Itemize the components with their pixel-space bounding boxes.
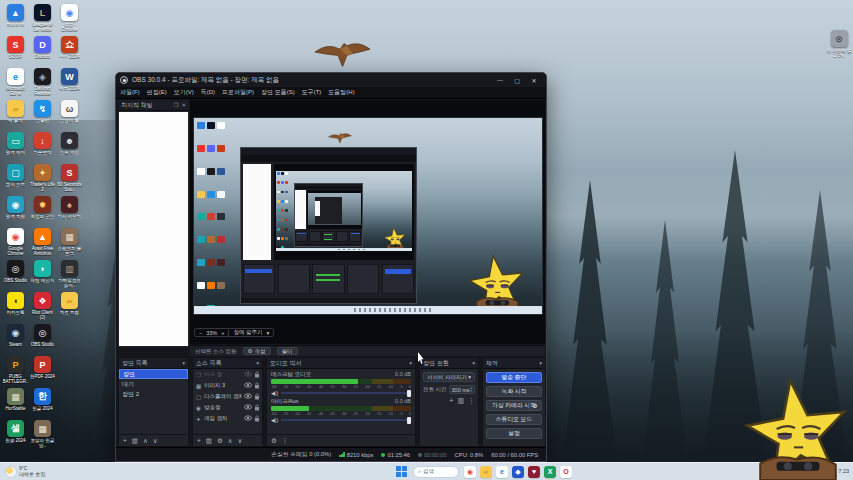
desktop-icon-드라이브[interactable]: ▲드라이브 xyxy=(2,4,29,36)
control-button-스튜디오-모드[interactable]: 스튜디오 모드 xyxy=(486,414,542,425)
speaker-icon[interactable]: ◀)) xyxy=(271,390,278,396)
visibility-eye-icon[interactable] xyxy=(244,371,252,378)
desktop-icon-horstable[interactable]: ▦HorStable xyxy=(2,388,29,420)
dock-menu-icon[interactable]: ▾ xyxy=(472,360,475,366)
menu-편집[interactable]: 편집(E) xyxy=(147,88,167,97)
visibility-eye-icon[interactable] xyxy=(244,393,252,400)
source-item-이미지 3[interactable]: ▦이미지 3 xyxy=(193,380,262,391)
corner-desktop-icon[interactable]: ⊙내 사진에 얼굴 가.. xyxy=(824,30,853,58)
menu-프로파일[interactable]: 프로파일(P) xyxy=(222,88,254,97)
desktop-icon-google-chrome[interactable]: ◉Google Chrome xyxy=(2,228,29,260)
dock-menu-icon[interactable]: ▾ xyxy=(256,360,259,366)
zoom-out-button[interactable]: − xyxy=(199,330,202,336)
scene-down-button[interactable]: ∨ xyxy=(153,437,158,445)
desktop-icon-obs-studio[interactable]: ◎OBS Studio xyxy=(29,324,56,356)
remove-scene-button[interactable]: ▥ xyxy=(132,437,138,445)
search-input[interactable]: ⌕검색 xyxy=(413,466,459,478)
transition-more-icon[interactable]: ⋮ xyxy=(468,397,475,405)
desktop-icon-한셀-2024[interactable]: 셀한셀 2024 xyxy=(2,420,29,452)
desktop-icon-60-seconds-sou-[interactable]: S60 Seconds Sou.. xyxy=(56,164,83,196)
menu-도구[interactable]: 도구(T) xyxy=(302,88,322,97)
desktop-icon-워드-2024[interactable]: W워드 2024 xyxy=(56,68,83,100)
control-button-방송-중단[interactable]: 방송 중단 xyxy=(486,372,542,383)
virtual-cam-settings-icon[interactable]: ⚙ xyxy=(529,402,540,409)
desktop-icon-도트-게임[interactable]: ☻도트 게임 xyxy=(56,132,83,164)
lock-icon[interactable] xyxy=(254,393,260,401)
menu-파일[interactable]: 파일(F) xyxy=(120,88,140,97)
visibility-eye-icon[interactable] xyxy=(244,382,252,389)
chevron-down-icon[interactable]: ▾ xyxy=(266,330,269,336)
desktop-icon-다운로더[interactable]: ↓다운로더 xyxy=(29,132,56,164)
dock-menu-icon[interactable]: ▾ xyxy=(182,360,185,366)
desktop-icon-새-폴더[interactable]: ▰새 폴더 xyxy=(2,100,29,132)
volume-slider[interactable]: ◀)) xyxy=(271,390,411,396)
fit-to-window-button[interactable]: 창에 맞추기 xyxy=(233,329,262,336)
minimize-button[interactable]: — xyxy=(492,74,508,86)
source-up-button[interactable]: ∧ xyxy=(228,437,233,445)
desktop-icon-microsoft-edge[interactable]: eMicrosoft Edge xyxy=(2,68,29,100)
mixer-settings-icon[interactable]: ⚙ xyxy=(271,437,277,445)
desktop-icon-원격-제어[interactable]: ▭원격 제어 xyxy=(2,132,29,164)
taskbar-icon-file-explorer[interactable]: ▰ xyxy=(480,466,492,478)
desktop-icon-가짜일정표-늘어-[interactable]: ▥가짜일정표 늘어.. xyxy=(56,260,83,292)
desktop-icon-한쇼-2024[interactable]: 쇼한쇼 2024 xyxy=(56,36,83,68)
desktop-icon-obs-studio[interactable]: ◎OBS Studio xyxy=(2,260,29,292)
widgets-button[interactable]: 9°C 대체로 흐림 xyxy=(0,466,51,477)
desktop-icon-discord[interactable]: DDiscord xyxy=(29,36,56,68)
desktop-icon-카카오톡[interactable]: ◖카카오톡 xyxy=(2,292,29,324)
lock-icon[interactable] xyxy=(254,415,260,423)
add-source-button[interactable]: + xyxy=(197,437,201,444)
transition-select[interactable]: 서서히 사라지기▾ xyxy=(423,372,475,382)
mixer-more-icon[interactable]: ⋮ xyxy=(282,437,289,445)
chat-dock-body[interactable] xyxy=(119,112,188,346)
visibility-eye-icon[interactable] xyxy=(244,415,252,422)
lock-icon[interactable] xyxy=(254,382,260,390)
desktop-icon-avast-free-antivirus[interactable]: ▲Avast Free Antivirus xyxy=(29,228,56,260)
desktop-icon-davinci-resolve[interactable]: ◈DaVinci Resolve xyxy=(29,68,56,100)
remove-source-button[interactable]: ▥ xyxy=(206,437,212,445)
control-button-가상-카메라-시작[interactable]: 가상 카메라 시작⚙ xyxy=(486,400,542,411)
control-button-녹화-시작[interactable]: 녹화 시작 xyxy=(486,386,542,397)
lock-icon[interactable] xyxy=(254,371,260,379)
obs-titlebar[interactable]: OBS 30.0.4 - 프로파일: 제목 없음 - 장면: 제목 없음 — ▢… xyxy=(116,73,546,87)
add-transition-button[interactable]: + xyxy=(449,397,453,405)
taskbar-icon-excel[interactable]: X xyxy=(544,466,556,478)
mic-icon[interactable]: ◀)) xyxy=(271,417,278,423)
remove-transition-button[interactable]: ▥ xyxy=(457,397,464,405)
desktop-icon-기사-키우기[interactable]: ♠기사 키우기 xyxy=(56,196,83,228)
desktop-icon-soop[interactable]: SSOOP xyxy=(2,36,29,68)
taskbar-icon-blue-app[interactable]: ◆ xyxy=(512,466,524,478)
source-item-디스플레이 캡처 2[interactable]: ▢디스플레이 캡처 2 xyxy=(193,391,262,402)
zoom-in-button[interactable]: + xyxy=(221,330,224,336)
filters-button[interactable]: 필터 xyxy=(277,347,298,355)
properties-button[interactable]: ⚙속성 xyxy=(243,347,271,355)
desktop-icon-쇼핑천지-블로그[interactable]: ▦쇼핑천지 블로그 xyxy=(56,228,83,260)
scene-item-대기[interactable]: 대기 xyxy=(119,379,188,389)
source-item-마크 창[interactable]: ❐마크 창 xyxy=(193,369,262,380)
desktop-icon-캡처-보드[interactable]: ▢캡처 보드 xyxy=(2,164,29,196)
close-button[interactable]: ✕ xyxy=(526,74,542,86)
preview-pane[interactable]: − 33% + 창에 맞추기 ▾ xyxy=(190,100,545,344)
desktop-icon-최강의-군단[interactable]: ✹최강의 군단 xyxy=(29,196,56,228)
desktop-icon-코알라-한글-입-[interactable]: ▦코알라 한글 입.. xyxy=(29,420,56,452)
visibility-eye-icon[interactable] xyxy=(244,404,252,411)
taskbar-icon-chrome[interactable]: ◉ xyxy=(464,466,476,478)
dock-float-icon[interactable]: ❐ xyxy=(173,102,178,108)
maximize-button[interactable]: ▢ xyxy=(509,74,525,86)
scene-item-장면 2[interactable]: 장면 2 xyxy=(119,389,188,399)
taskbar-icon-opera[interactable]: O xyxy=(560,466,572,478)
desktop-icon-한글-2024[interactable]: 한한글 2024 xyxy=(29,388,56,420)
desktop-icon-steam[interactable]: ◉Steam xyxy=(2,324,29,356)
desktop-icon-고클린[interactable]: ↯고클린 xyxy=(29,100,56,132)
dock-menu-icon[interactable]: ▾ xyxy=(409,360,412,366)
source-item-방송창[interactable]: ◉방송창 xyxy=(193,402,262,413)
scene-up-button[interactable]: ∧ xyxy=(143,437,148,445)
taskbar-icon-heart-app[interactable]: ♥ xyxy=(528,466,540,478)
lock-icon[interactable] xyxy=(254,404,260,412)
source-item-게임 캡처[interactable]: ♦게임 캡처 xyxy=(193,413,262,424)
volume-slider[interactable]: ◀)) xyxy=(271,417,411,423)
duration-input[interactable]: 300 ms▴▾ xyxy=(449,385,475,394)
menu-장면 모음[interactable]: 장면 모음(S) xyxy=(261,88,295,97)
source-down-button[interactable]: ∨ xyxy=(238,437,243,445)
menu-도움말[interactable]: 도움말(H) xyxy=(328,88,354,97)
